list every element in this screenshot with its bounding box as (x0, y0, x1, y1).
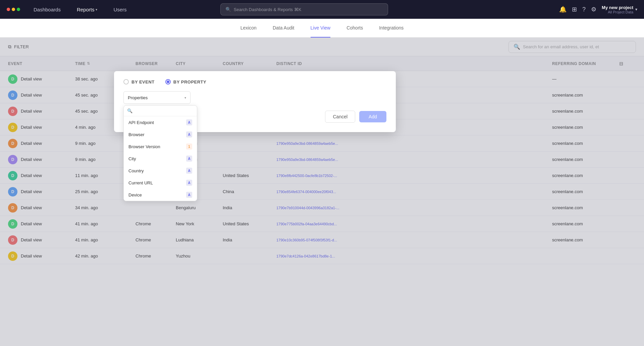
by-property-label: BY PROPERTY (173, 79, 206, 84)
dropdown-item[interactable]: Browser Version 1 (124, 140, 197, 153)
project-subtitle: All Project Data (602, 10, 633, 14)
properties-dropdown-label: Properties (128, 95, 148, 100)
dropdown-item[interactable]: Browser A (124, 128, 197, 140)
help-icon[interactable]: ? (582, 6, 586, 13)
add-button[interactable]: Add (359, 111, 386, 122)
grid-icon[interactable]: ⊞ (572, 6, 577, 13)
nav-right-actions: 🔔 ⊞ ? ⚙ My new project All Project Data … (559, 5, 637, 14)
type-badge: A (186, 156, 192, 162)
type-badge: A (186, 131, 192, 137)
close-dot[interactable] (7, 8, 10, 11)
global-search-input[interactable] (234, 7, 383, 12)
dropdown-item-label: Device (128, 192, 142, 197)
settings-icon[interactable]: ⚙ (591, 6, 596, 13)
dropdown-item-label: API Endpoint (128, 120, 154, 125)
dropdown-item-label: Browser Version (128, 144, 160, 149)
dashboards-nav[interactable]: Dashboards (31, 5, 63, 14)
dropdown-item-label: Browser (128, 132, 145, 137)
type-badge: A (186, 168, 192, 174)
filter-modal: BY EVENT BY PROPERTY Properties ▾ 🔍 (114, 71, 396, 132)
dropdown-item[interactable]: City A (124, 153, 197, 165)
type-badge: A (186, 180, 192, 186)
sub-nav: Lexicon Data Audit Live View Cohorts Int… (0, 19, 644, 38)
by-event-label: BY EVENT (131, 79, 155, 84)
dropdown-search-input[interactable] (135, 108, 194, 113)
main-area: ⧉ FILTER 🔍 Event Time ⇅ Browser City Cou… (0, 38, 644, 346)
properties-dropdown: Properties ▾ 🔍 API Endpoint A Browser A … (123, 91, 191, 104)
reports-chevron-icon: ▾ (96, 8, 97, 11)
dropdown-item[interactable]: API Endpoint A (124, 116, 197, 128)
dropdown-item-label: Current URL (128, 180, 153, 185)
maximize-dot[interactable] (17, 8, 20, 11)
tab-lexicon[interactable]: Lexicon (240, 19, 257, 38)
by-event-radio[interactable]: BY EVENT (123, 79, 155, 84)
minimize-dot[interactable] (12, 8, 15, 11)
project-selector[interactable]: My new project All Project Data ▾ (602, 5, 637, 14)
dropdown-search-icon: 🔍 (127, 108, 132, 113)
type-badge: 1 (186, 143, 192, 150)
tab-data-audit[interactable]: Data Audit (273, 19, 294, 38)
tab-integrations[interactable]: Integrations (379, 19, 404, 38)
reports-nav[interactable]: Reports ▾ (74, 5, 100, 14)
tab-cohorts[interactable]: Cohorts (346, 19, 363, 38)
dropdown-item-label: Country (128, 168, 144, 173)
project-chevron-icon: ▾ (635, 7, 637, 12)
dropdown-item[interactable]: Device A (124, 189, 197, 201)
by-property-radio[interactable]: BY PROPERTY (165, 79, 206, 84)
type-badge: A (186, 192, 192, 198)
window-controls (7, 8, 20, 11)
search-icon: 🔍 (225, 7, 231, 12)
filter-content: Properties ▾ 🔍 API Endpoint A Browser A … (123, 91, 386, 104)
global-search[interactable]: 🔍 (220, 3, 388, 15)
properties-dropdown-button[interactable]: Properties ▾ (123, 91, 191, 104)
users-nav[interactable]: Users (111, 5, 129, 14)
type-badge: A (186, 119, 192, 125)
properties-dropdown-menu: 🔍 API Endpoint A Browser A Browser Versi… (123, 105, 197, 201)
by-property-radio-circle (165, 79, 171, 84)
dropdown-item[interactable]: Current URL A (124, 177, 197, 189)
top-nav: Dashboards Reports ▾ Users 🔍 🔔 ⊞ ? ⚙ My … (0, 0, 644, 19)
filter-type-row: BY EVENT BY PROPERTY (123, 79, 386, 84)
tab-live-view[interactable]: Live View (311, 19, 331, 38)
dropdown-item[interactable]: Country A (124, 165, 197, 177)
dropdown-search-area[interactable]: 🔍 (124, 106, 197, 116)
dropdown-chevron-icon: ▾ (184, 96, 186, 100)
cancel-button[interactable]: Cancel (325, 111, 355, 123)
by-event-radio-circle (123, 79, 129, 84)
project-name: My new project (602, 5, 633, 10)
notifications-icon[interactable]: 🔔 (559, 6, 567, 13)
dropdown-item-label: City (128, 156, 136, 161)
